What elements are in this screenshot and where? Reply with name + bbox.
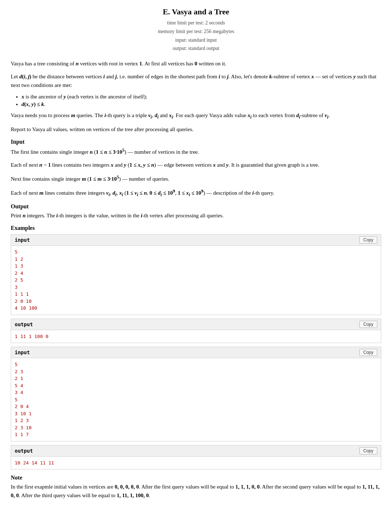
example-2-output-block: output Copy 10 24 14 11 11 bbox=[11, 445, 381, 470]
memory-limit: memory limit per test: 256 megabytes bbox=[11, 27, 381, 36]
example-2-block: input Copy 5 2 3 2 1 5 4 3 4 5 2 0 4 3 1… bbox=[11, 347, 381, 441]
page-title: E. Vasya and a Tree bbox=[11, 7, 381, 17]
output-section-title: Output bbox=[11, 203, 381, 210]
condition-2: d(x, y) ≤ k. bbox=[22, 101, 381, 107]
examples-title: Examples bbox=[11, 225, 381, 231]
example-2-output-copy-button[interactable]: Copy bbox=[359, 447, 377, 454]
intro-paragraph-1: Vasya has a tree consisting of n vertice… bbox=[11, 59, 381, 68]
input-desc-4: Each of next m lines contains three inte… bbox=[11, 188, 381, 198]
example-1-output-block: output Copy 1 11 1 100 0 bbox=[11, 319, 381, 343]
note-title: Note bbox=[11, 475, 381, 481]
condition-1: x is the ancestor of y (each vertex is t… bbox=[22, 94, 381, 100]
example-1-output-content: 1 11 1 100 0 bbox=[11, 330, 381, 343]
example-1-input-content: 5 1 2 1 3 2 4 2 5 3 1 1 1 2 0 10 4 10 10… bbox=[11, 246, 381, 315]
example-1-input-label: input bbox=[15, 237, 30, 243]
input-desc-1: The first line contains single integer n… bbox=[11, 147, 381, 156]
example-1-input-copy-button[interactable]: Copy bbox=[359, 236, 377, 244]
problem-meta: time limit per test: 2 seconds memory li… bbox=[11, 19, 381, 53]
example-1-output-header: output Copy bbox=[11, 319, 381, 330]
example-2-input-copy-button[interactable]: Copy bbox=[359, 349, 377, 356]
example-2-input-header: input Copy bbox=[11, 347, 381, 358]
intro-paragraph-4: Report to Vasya all values, written on v… bbox=[11, 125, 381, 134]
note-text: In the first exapmle initial values in v… bbox=[11, 482, 381, 500]
example-1-input-header: input Copy bbox=[11, 235, 381, 246]
input-type: input: standard input bbox=[11, 36, 381, 45]
input-desc-2: Each of next n − 1 lines contains two in… bbox=[11, 161, 381, 169]
output-desc: Print n integers. The i-th integers is t… bbox=[11, 211, 381, 220]
time-limit: time limit per test: 2 seconds bbox=[11, 19, 381, 27]
example-2-output-content: 10 24 14 11 11 bbox=[11, 457, 381, 469]
intro-paragraph-3: Vasya needs you to process m queries. Th… bbox=[11, 111, 381, 121]
input-desc-3: Next line contains single integer m (1 ≤… bbox=[11, 174, 381, 183]
example-1-block: input Copy 5 1 2 1 3 2 4 2 5 3 1 1 1 2 0… bbox=[11, 234, 381, 315]
example-1-output-copy-button[interactable]: Copy bbox=[359, 321, 377, 328]
example-2-input-content: 5 2 3 2 1 5 4 3 4 5 2 0 4 3 10 1 1 2 3 2… bbox=[11, 358, 381, 441]
example-2-output-label: output bbox=[15, 448, 33, 454]
conditions-list: x is the ancestor of y (each vertex is t… bbox=[22, 94, 381, 107]
output-type: output: standard output bbox=[11, 44, 381, 53]
example-1-output-label: output bbox=[15, 321, 33, 327]
intro-paragraph-2: Let d(i, j) be the distance between vert… bbox=[11, 72, 381, 89]
example-2-output-header: output Copy bbox=[11, 445, 381, 457]
input-section-title: Input bbox=[11, 139, 381, 145]
example-2-input-label: input bbox=[15, 350, 30, 355]
